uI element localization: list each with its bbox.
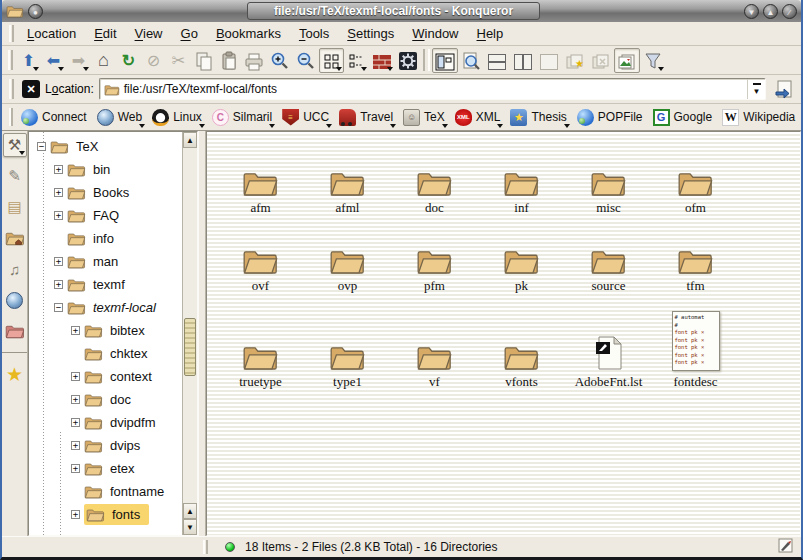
bookmark-thesis[interactable]: ★Thesis: [507, 107, 571, 128]
file-item-adobefnt[interactable]: AdobeFnt.lst: [565, 294, 652, 390]
panel-splitter[interactable]: [198, 131, 206, 536]
tree-item-texmf-local[interactable]: −texmf-local: [29, 296, 182, 319]
scroll-thumb[interactable]: [184, 318, 196, 376]
bookmark-connect[interactable]: Connect: [18, 107, 92, 128]
services-sidebar-button[interactable]: ♫: [3, 257, 27, 281]
expand-toggle[interactable]: +: [54, 211, 63, 220]
tree-item-texmf[interactable]: +texmf: [29, 273, 182, 296]
expand-toggle[interactable]: +: [54, 280, 63, 289]
folder-item-truetype[interactable]: truetype: [217, 294, 304, 390]
folder-item-type1[interactable]: type1: [304, 294, 391, 390]
file-icon-view[interactable]: afm afml doc inf misc ofm ovf ovp pfm pk…: [206, 131, 801, 536]
scroll-up-button-2[interactable]: ▲: [183, 503, 197, 519]
location-combobox[interactable]: file:/usr/TeX/texmf-local/fonts ▼: [99, 78, 766, 100]
folder-item-pk[interactable]: pk: [478, 216, 565, 294]
expand-toggle[interactable]: +: [71, 418, 80, 427]
tree-item-faq[interactable]: +FAQ: [29, 204, 182, 227]
close-tab-button[interactable]: [588, 48, 614, 73]
folder-item-vf[interactable]: vf: [391, 294, 478, 390]
clear-location-button[interactable]: ✕: [22, 80, 40, 98]
configure-sidebar-button[interactable]: ⚒: [3, 133, 27, 157]
location-value[interactable]: file:/usr/TeX/texmf-local/fonts: [124, 82, 743, 96]
tree-item-etex[interactable]: +etex: [29, 457, 182, 480]
menu-tools[interactable]: Tools: [291, 24, 337, 43]
folder-item-doc[interactable]: doc: [391, 138, 478, 216]
print-button[interactable]: [241, 48, 267, 73]
bookbar-grip[interactable]: [9, 108, 13, 126]
folder-item-tfm[interactable]: tfm: [652, 216, 739, 294]
scroll-up-button[interactable]: ▲: [183, 132, 197, 148]
folder-item-ovp[interactable]: ovp: [304, 216, 391, 294]
multicolumn-view-button[interactable]: [344, 48, 369, 73]
history-sidebar-button[interactable]: ▤: [3, 195, 27, 219]
location-dropdown-button[interactable]: ▼: [747, 79, 765, 99]
fsview-button[interactable]: [369, 48, 395, 73]
expand-toggle[interactable]: +: [71, 510, 80, 519]
folder-item-inf[interactable]: inf: [478, 138, 565, 216]
expand-toggle[interactable]: +: [54, 165, 63, 174]
copy-button[interactable]: [191, 48, 216, 73]
titlebar[interactable]: ● file:/usr/TeX/texmf-local/fonts - Konq…: [2, 0, 801, 22]
tree-item-chktex[interactable]: chktex: [29, 342, 182, 365]
forward-button[interactable]: ➡: [66, 48, 91, 73]
bookmark-linux[interactable]: Linux: [149, 107, 207, 128]
folder-item-source[interactable]: source: [565, 216, 652, 294]
folder-item-afml[interactable]: afml: [304, 138, 391, 216]
menu-settings[interactable]: Settings: [339, 24, 402, 43]
go-button[interactable]: [771, 77, 797, 102]
bookmark-ucc[interactable]: ≡UCC: [279, 107, 334, 128]
folder-item-misc[interactable]: misc: [565, 138, 652, 216]
bookmark-silmaril[interactable]: CSilmaril: [209, 107, 277, 128]
tree-item-info[interactable]: info: [29, 227, 182, 250]
expand-toggle[interactable]: +: [71, 372, 80, 381]
zoom-out-button[interactable]: [293, 48, 319, 73]
split-top-bottom-button[interactable]: [484, 48, 510, 73]
stop-button[interactable]: ⊘: [141, 48, 166, 73]
folder-item-ovf[interactable]: ovf: [217, 216, 304, 294]
menu-location[interactable]: Location: [19, 24, 84, 43]
folder-item-afm[interactable]: afm: [217, 138, 304, 216]
tree-item-dvipdfm[interactable]: +dvipdfm: [29, 411, 182, 434]
bookmark-wikipedia[interactable]: WWikipedia: [719, 107, 800, 128]
menubar-grip[interactable]: [9, 25, 14, 41]
collapse-toggle[interactable]: −: [37, 142, 46, 151]
sticky-pin-button[interactable]: ●: [28, 4, 43, 19]
split-left-right-button[interactable]: [510, 48, 536, 73]
statusbar-settings-button[interactable]: [778, 538, 793, 556]
bookmarks-sidebar-button[interactable]: ★: [3, 362, 27, 386]
file-item-fontdesc[interactable]: # automat # font pk × font pk × font pk …: [652, 294, 739, 390]
up-button[interactable]: ⬆: [16, 48, 41, 73]
expand-toggle[interactable]: +: [71, 395, 80, 404]
statusbar-grip[interactable]: [203, 540, 208, 554]
new-tab-button[interactable]: ★: [562, 48, 588, 73]
home-folder-sidebar-button[interactable]: [3, 226, 27, 250]
tree-item-books[interactable]: +Books: [29, 181, 182, 204]
bookmark-popfile[interactable]: POPFile: [574, 107, 648, 128]
scroll-down-button[interactable]: ▼: [183, 519, 197, 535]
back-button[interactable]: ⬅: [41, 48, 66, 73]
tree-item-bin[interactable]: +bin: [29, 158, 182, 181]
paste-button[interactable]: [216, 48, 241, 73]
menu-bookmarks[interactable]: Bookmarks: [208, 24, 289, 43]
tree-item-bibtex[interactable]: +bibtex: [29, 319, 182, 342]
expand-toggle[interactable]: +: [54, 257, 63, 266]
menu-go[interactable]: Go: [173, 24, 206, 43]
expand-toggle[interactable]: +: [71, 464, 80, 473]
tree-item-fontname[interactable]: fontname: [29, 480, 182, 503]
cut-button[interactable]: ✂: [166, 48, 191, 73]
zoom-in-button[interactable]: [267, 48, 293, 73]
tree-scrollbar[interactable]: ▲ ▲ ▼: [182, 132, 197, 535]
close-button[interactable]: ⁄: [782, 4, 797, 19]
tree-item-doc[interactable]: +doc: [29, 388, 182, 411]
folder-item-ofm[interactable]: ofm: [652, 138, 739, 216]
bookmark-google[interactable]: GGoogle: [650, 107, 718, 128]
pen-sidebar-button[interactable]: ✎: [3, 164, 27, 188]
maximize-button[interactable]: ▲: [763, 4, 778, 19]
bookmark-xml[interactable]: XMLXML: [452, 107, 506, 128]
tree-item-man[interactable]: +man: [29, 250, 182, 273]
thumbnails-button[interactable]: [614, 48, 640, 73]
root-folder-sidebar-button[interactable]: [3, 319, 27, 343]
konqueror-gear-button[interactable]: [395, 48, 421, 73]
bookmark-web[interactable]: Web: [94, 107, 147, 128]
icon-view-button[interactable]: [319, 48, 344, 73]
